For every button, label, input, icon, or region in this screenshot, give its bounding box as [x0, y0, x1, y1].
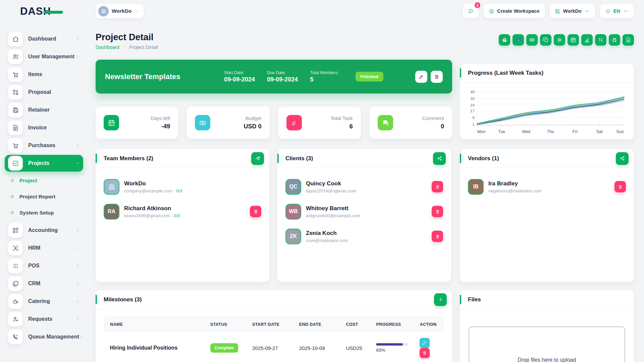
clients-card: Clients (3) QC Quincy Cook fapor22014@og… — [277, 149, 451, 282]
stat-card-comment: Comment0 — [370, 107, 452, 139]
file-dropzone[interactable]: Drop files here to upload — [469, 326, 625, 362]
add-milestone-button[interactable] — [434, 293, 447, 306]
sidebar-item-hrm[interactable]: HRM — [5, 240, 83, 256]
stat-value: USD 0 — [244, 123, 261, 130]
chevron-right-icon — [75, 282, 80, 286]
milestone-row: Hiring Individual PositionsComplete2025-… — [105, 332, 443, 362]
workspace-switcher[interactable]: WorkDo — [96, 4, 144, 18]
breadcrumb-dashboard-link[interactable]: Dashboard — [96, 45, 119, 50]
sidebar-item-invoice[interactable]: Invoice — [5, 119, 83, 136]
sidebar-item-label: Dashboard — [28, 36, 75, 42]
person-name: Whitney Barrett — [306, 205, 432, 212]
sidebar-item-proposal[interactable]: Proposal — [5, 84, 83, 101]
people-card-title: Vendors (1) — [468, 155, 616, 162]
chevron-right-icon — [75, 246, 80, 250]
project-banner: Newsletter Templates Start Date: 09-09-2… — [96, 60, 452, 94]
sidebar-item-label: Invoice — [28, 125, 80, 131]
invoice-file-button[interactable] — [623, 34, 634, 46]
invoice-icon — [8, 120, 23, 135]
column-header-name: NAME — [105, 317, 205, 332]
chevron-right-icon — [122, 46, 126, 49]
svg-text:40: 40 — [470, 90, 475, 94]
sidebar-subitem-project[interactable]: Project — [10, 173, 83, 189]
language-button[interactable]: EN — [600, 4, 634, 18]
stat-label: Total Task — [330, 115, 353, 121]
delete-richard-atkinson-button[interactable] — [250, 206, 261, 217]
sidebar-item-queue-management[interactable]: Queue Management — [5, 328, 83, 345]
svg-text:24: 24 — [470, 103, 475, 107]
sidebar-item-label: Requests — [28, 316, 75, 322]
language-label: EN — [613, 8, 620, 14]
sidebar-item-retainer[interactable]: Retainer — [5, 102, 83, 118]
due-date-field: Due Date: 09-09-2024 — [267, 70, 298, 83]
sidebar-item-catering[interactable]: Catering — [5, 293, 83, 310]
milestone-name: Hiring Individual Positions — [105, 332, 205, 362]
onedrive-button[interactable] — [513, 34, 524, 46]
sidebar-subitem-system-setup[interactable]: System Setup — [10, 205, 83, 221]
delete-milestone-button[interactable] — [420, 348, 430, 358]
chevron-down-icon — [135, 9, 139, 13]
timeline-button[interactable] — [595, 34, 606, 46]
progress-percent: 83% — [376, 348, 409, 353]
chevron-right-icon — [75, 264, 80, 268]
invite-button[interactable] — [251, 152, 264, 165]
sidebar-item-dashboard[interactable]: Dashboard — [5, 31, 83, 47]
sidebar-item-label: Purchases — [28, 142, 75, 148]
delete-ira-bradley-button[interactable] — [614, 181, 626, 192]
chevron-down-icon — [584, 8, 590, 14]
delete-zenia-koch-button[interactable] — [432, 231, 443, 242]
meeting-button[interactable] — [526, 34, 538, 46]
submenu-bullet-icon — [10, 179, 14, 183]
sidebar-item-requests[interactable]: Requests — [5, 311, 83, 327]
svg-text:1: 1 — [473, 122, 475, 126]
sidebar-item-purchases[interactable]: Purchases — [5, 137, 83, 154]
stat-card-budget: BudgetUSD 0 — [187, 107, 269, 139]
start-date-value: 09-09-2024 — [224, 76, 255, 83]
sidebar-item-projects[interactable]: Projects — [5, 155, 83, 172]
sidebar-item-accounting[interactable]: Accounting — [5, 222, 83, 239]
share-button[interactable] — [616, 152, 629, 165]
settings-button[interactable] — [554, 34, 565, 46]
progress-bar — [376, 343, 408, 346]
delete-project-button[interactable] — [431, 71, 443, 83]
edit-milestone-button[interactable] — [420, 338, 430, 348]
status-badge: Finished — [356, 72, 383, 81]
submenu-bullet-icon — [10, 211, 14, 215]
column-header-progress: PROGRESS — [371, 317, 414, 332]
onedrive-icon — [515, 37, 521, 43]
people-card-header: Team Members (2) — [96, 149, 269, 168]
svg-text:9: 9 — [473, 116, 475, 120]
person-row: ZK Zenia Koch cuve@mailinator.com — [285, 226, 443, 246]
sidebar-item-label: Queue Management — [28, 334, 79, 340]
report-button[interactable] — [581, 34, 593, 46]
create-workspace-button[interactable]: Create Workspace — [483, 4, 545, 18]
bug-report-button[interactable] — [609, 34, 620, 46]
sidebar-item-items[interactable]: Items — [5, 66, 83, 83]
duplicate-button[interactable] — [540, 34, 551, 46]
sidebar-subitem-project-report[interactable]: Project Report — [10, 189, 83, 205]
brand-logo[interactable]: DASH — [20, 5, 63, 17]
messages-button[interactable]: 0 — [463, 4, 479, 18]
calendar-icon — [104, 115, 119, 130]
users-icon — [8, 49, 23, 64]
calendar-button[interactable] — [568, 34, 579, 46]
start-date-label: Start Date: — [224, 70, 255, 75]
column-header-cost: COST — [341, 317, 371, 332]
people-list: IB Ira Bradley negefuricu@mailinator.com — [460, 168, 634, 197]
total-members-label: Total Members: — [310, 70, 338, 75]
delete-whitney-barrett-button[interactable] — [432, 206, 443, 217]
avatar: RA — [104, 204, 119, 220]
edit-project-button[interactable] — [415, 71, 427, 83]
person-email: company@example.com - 0/3 — [124, 188, 261, 193]
sidebar-item-crm[interactable]: CRM — [5, 275, 83, 292]
vendors-card: Vendors (1) IB Ira Bradley negefuricu@ma… — [460, 149, 634, 282]
messages-badge: 0 — [475, 2, 480, 8]
svg-text:Fri: Fri — [573, 130, 578, 134]
google-drive-button[interactable] — [499, 34, 510, 46]
share-button[interactable] — [433, 152, 446, 165]
delete-quincy-cook-button[interactable] — [432, 181, 443, 192]
milestone-start-date: 2025-09-27 — [247, 332, 294, 362]
workdo-menu-button[interactable]: WorkDo — [549, 4, 595, 18]
sidebar-item-user-management[interactable]: User Management — [5, 48, 83, 65]
sidebar-item-pos[interactable]: POS — [5, 257, 83, 274]
